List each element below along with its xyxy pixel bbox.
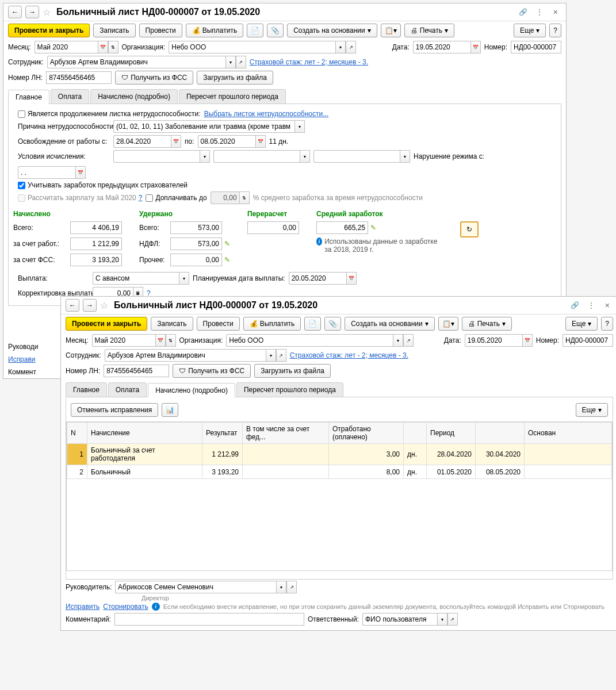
pick-sheet-link[interactable]: Выбрать листок нетрудоспособности...: [204, 110, 329, 118]
tab-payment-2[interactable]: Оплата: [108, 382, 147, 385]
reason-input[interactable]: [113, 120, 294, 133]
more-button-2[interactable]: Еще ▾: [565, 317, 598, 331]
favorite-icon-2[interactable]: ☆: [100, 300, 108, 311]
off-from-cal[interactable]: 📅: [171, 135, 181, 148]
help-button[interactable]: ?: [549, 24, 561, 37]
tab-payment[interactable]: Оплата: [51, 89, 89, 103]
doc-icon-button-2[interactable]: 📄: [304, 317, 321, 331]
help-button-2[interactable]: ?: [601, 317, 613, 331]
date-cal[interactable]: 📅: [470, 41, 481, 53]
month-cal-btn[interactable]: 📅: [98, 41, 108, 53]
number-input-2[interactable]: [563, 334, 613, 347]
ln-input[interactable]: [46, 71, 112, 84]
off-to-input[interactable]: [198, 135, 255, 148]
link-icon[interactable]: 🔗: [518, 6, 529, 18]
topup-check[interactable]: Доплачивать до: [146, 194, 206, 202]
save-button-2[interactable]: Записать: [151, 317, 193, 331]
avg-val[interactable]: [316, 221, 368, 234]
tab-detail[interactable]: Начислено (подробно): [90, 89, 178, 103]
payout-dd[interactable]: ▾: [179, 272, 189, 285]
month-input[interactable]: [35, 41, 98, 53]
back-button-2[interactable]: ←: [66, 299, 79, 312]
viol-input[interactable]: [18, 166, 75, 179]
payout-input[interactable]: [93, 272, 179, 285]
use-prev-check[interactable]: Учитывать заработок предыдущих страховат…: [18, 181, 188, 189]
tab-main-2[interactable]: Главное: [66, 382, 107, 385]
continuation-check[interactable]: Является продолжением листка нетрудоспос…: [18, 110, 201, 118]
forward-button-2[interactable]: →: [83, 299, 97, 312]
off-from-input[interactable]: [113, 135, 171, 148]
pay-button[interactable]: 💰Выплатить: [186, 24, 244, 37]
load-file-button[interactable]: Загрузить из файла: [197, 71, 273, 85]
date-input-2[interactable]: [465, 334, 522, 347]
tab-main[interactable]: Главное: [8, 90, 49, 104]
process-close-button-2[interactable]: Провести и закрыть: [66, 317, 147, 331]
other-val[interactable]: [170, 254, 222, 266]
cond2-dd[interactable]: ▾: [300, 150, 310, 163]
print-button[interactable]: 🖨 Печать ▾: [404, 24, 454, 37]
cond3-dd[interactable]: ▾: [400, 150, 410, 163]
employee-input[interactable]: [47, 56, 225, 68]
doc-icon-button[interactable]: 📄: [247, 24, 263, 37]
ln-input-2[interactable]: [104, 365, 169, 377]
cond1-input[interactable]: [113, 150, 200, 163]
back-button[interactable]: ←: [8, 6, 22, 18]
favorite-icon[interactable]: ☆: [43, 7, 51, 18]
number-input[interactable]: [511, 41, 561, 53]
kebab-menu-2[interactable]: ⋮: [584, 301, 598, 309]
accrued-total[interactable]: [70, 221, 122, 234]
emp-open[interactable]: ↗: [236, 56, 246, 68]
month-spin-btn[interactable]: ⇅: [108, 41, 118, 53]
get-fss-button-2[interactable]: 🛡 Получить из ФСС: [173, 364, 251, 378]
viol-cal[interactable]: 📅: [75, 166, 86, 179]
date-input[interactable]: [413, 41, 470, 53]
insurance-link-2[interactable]: Страховой стаж: лет - 2; месяцев - 3.: [290, 351, 408, 359]
employee-input-2[interactable]: [105, 349, 266, 362]
paste-button[interactable]: 📋▾: [381, 24, 401, 37]
refresh-button[interactable]: ↻: [460, 221, 479, 237]
off-to-cal[interactable]: 📅: [255, 135, 266, 148]
emp-dd[interactable]: ▾: [225, 56, 236, 68]
planned-cal[interactable]: 📅: [346, 272, 357, 285]
create-from-button[interactable]: Создать на основании ▾: [287, 24, 377, 37]
fss-val[interactable]: [70, 254, 122, 266]
recalc-val[interactable]: [247, 221, 299, 234]
more-button[interactable]: Еще ▾: [514, 24, 546, 37]
avg-edit-icon[interactable]: ✎: [370, 224, 376, 232]
withheld-total[interactable]: [170, 221, 222, 234]
attach-button[interactable]: 📎: [267, 24, 284, 37]
ndfl-val[interactable]: [170, 237, 222, 250]
paste-button-2[interactable]: 📋▾: [438, 317, 458, 331]
month-input-2[interactable]: [92, 334, 155, 347]
tab-detail-2[interactable]: Начислено (подробно): [148, 383, 235, 385]
process-close-button[interactable]: Провести и закрыть: [8, 24, 90, 37]
reason-dd[interactable]: ▾: [294, 120, 305, 133]
link-icon-2[interactable]: 🔗: [569, 300, 581, 311]
pay-button-2[interactable]: 💰Выплатить: [243, 317, 301, 331]
close-icon[interactable]: ×: [550, 7, 561, 17]
tab-recalc-2[interactable]: Пересчет прошлого периода: [236, 382, 343, 385]
print-button-2[interactable]: 🖨 Печать ▾: [462, 317, 512, 331]
other-edit-icon[interactable]: ✎: [224, 256, 230, 264]
attach-button-2[interactable]: 📎: [324, 317, 341, 331]
cond1-dd[interactable]: ▾: [200, 150, 210, 163]
load-file-button-2[interactable]: Загрузить из файла: [254, 364, 331, 378]
forward-button[interactable]: →: [25, 6, 39, 18]
process-button-2[interactable]: Провести: [197, 317, 240, 331]
org-dd[interactable]: ▾: [335, 41, 346, 53]
employer-val[interactable]: [70, 237, 122, 250]
insurance-link[interactable]: Страховой стаж: лет - 2; месяцев - 3.: [250, 58, 368, 66]
org-input-2[interactable]: [226, 334, 393, 347]
create-from-button-2[interactable]: Создать на основании ▾: [345, 317, 435, 331]
tab-recalc[interactable]: Пересчет прошлого периода: [179, 89, 286, 103]
process-button[interactable]: Провести: [139, 24, 182, 37]
save-button[interactable]: Записать: [93, 24, 135, 37]
cond3-input[interactable]: [313, 150, 400, 163]
close-icon-2[interactable]: ×: [602, 301, 613, 310]
cond2-input[interactable]: [213, 150, 300, 163]
planned-input[interactable]: [289, 272, 346, 285]
org-input[interactable]: [169, 41, 335, 53]
ndfl-edit-icon[interactable]: ✎: [224, 240, 230, 248]
get-fss-button[interactable]: 🛡 Получить из ФСС: [115, 71, 193, 85]
kebab-menu[interactable]: ⋮: [533, 8, 546, 16]
